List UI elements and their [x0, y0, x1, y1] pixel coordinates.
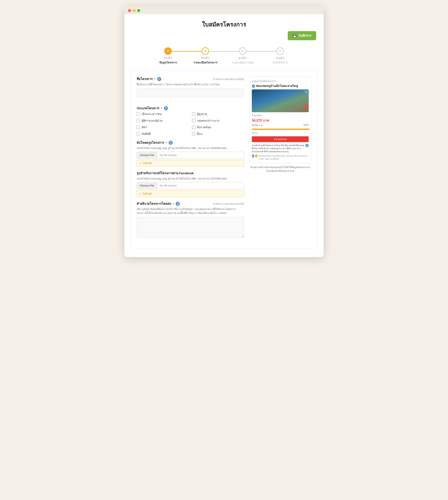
- step-4-bottom: สรุปโครงการ: [272, 60, 288, 65]
- step-2[interactable]: 2 ส่วนที่ 2 รายละเอียดโครงการ: [187, 47, 224, 65]
- save-icon: 💾: [293, 34, 297, 38]
- save-draft-button[interactable]: 💾 บันทึกร่าง: [288, 31, 316, 40]
- checkbox-children-input[interactable]: [137, 112, 140, 116]
- preview-goal-row: 56,000 บาท 102%: [252, 124, 309, 127]
- checkbox-disabled[interactable]: ผู้พิการและผู้ป่วย: [137, 118, 189, 123]
- checkbox-disaster-label: ภัยพิบัติ: [142, 132, 151, 136]
- preview-footer-container: 5 6 สนับสนุนโดย 6 คน ครั้งล่าสุด 1 ตุลาค…: [252, 154, 309, 161]
- checkbox-elderly-input[interactable]: [192, 112, 195, 116]
- preview-project-title: 1 ซ่อมแซมหมู่บ้านเด็กโลสละหาดใหญ่: [252, 84, 309, 88]
- step-3-top: ส่วนที่ 3: [239, 56, 247, 60]
- warning-icon-2: ⚠: [139, 192, 141, 195]
- project-image-label: อัปโหลดรูปโครงการ * 3: [137, 140, 244, 145]
- checkbox-animals[interactable]: สัตว์: [137, 125, 189, 129]
- project-image-input-row: Choose File No file chosen: [137, 152, 244, 158]
- checkbox-children-label: เด็กและเยาวชน: [142, 112, 162, 116]
- checkbox-other[interactable]: อื่นๆ: [192, 132, 244, 136]
- required-star-3: *: [166, 141, 167, 145]
- checkbox-children[interactable]: เด็กและเยาวชน: [137, 112, 189, 116]
- step-1[interactable]: ✓ ส่วนที่ 1 ข้อมูลโครงการ: [149, 47, 187, 65]
- project-image-section: อัปโหลดรูปโครงการ * 3 รองรับไฟล์นามสกุล …: [137, 140, 244, 167]
- section-badge-1: 1: [157, 77, 161, 81]
- step-circle-2: 2: [202, 47, 209, 55]
- preview-image: โครงการซ่อมแซม หมู่บ้านเด็กโลสละหาดใหญ่: [252, 90, 309, 112]
- preview-amount: 56,070 บาท: [252, 118, 309, 123]
- section-badge-2: 2: [164, 106, 168, 110]
- checkbox-environment-label: สิ่งแวดล้อม: [197, 125, 211, 129]
- preview-desc-container: 4 ช่วยฉันบ้านเด็กโลสละหาดใหญ่ ที่ปกป้อง …: [252, 144, 309, 153]
- preview-footer: สนับสนุนโดย 6 คน ครั้งล่าสุด 1 ตุลาคม 19…: [258, 154, 309, 161]
- checkbox-environment[interactable]: สิ่งแวดล้อม: [192, 125, 244, 129]
- step-circle-3: 3: [239, 47, 246, 55]
- preview-caption: ตัวอย่างหน้าเพจระดมทุนบนเว็บไซต์ ที่ข้อม…: [249, 165, 311, 173]
- checkbox-vulnerable-label: กลุ่มคนเปราะบาง: [197, 118, 219, 123]
- save-btn-row: 💾 บันทึกร่าง: [124, 31, 324, 43]
- short-desc-textarea[interactable]: [137, 217, 244, 238]
- project-name-input[interactable]: [137, 88, 244, 97]
- preview-badge-5: 5: [252, 154, 254, 158]
- preview-badge-1: 1: [252, 84, 255, 88]
- step-2-bottom: รายละเอียดโครงการ: [193, 60, 217, 65]
- facebook-image-hint: รองรับไฟล์นามสกุล jpg, png, gif ขนาดไฟล์…: [137, 177, 244, 181]
- preview-desc: ช่วยฉันบ้านเด็กโลสละหาดใหญ่ ที่ปกป้อง ดู…: [252, 144, 309, 153]
- step-circle-4: 4: [276, 47, 284, 55]
- preview-donate-button[interactable]: ♥ ร่วมบริจาค: [252, 136, 309, 142]
- app-window: ใบสมัครโครงการ 💾 บันทึกร่าง ✓ ส่วนที่ 1 …: [124, 6, 324, 257]
- preview-badge-2: 2: [304, 90, 308, 93]
- project-name-label: ชื่อโครงการ * 1 จำกัดจำนวนตัวอักษร (0/20…: [137, 76, 244, 82]
- step-4-top: ส่วนที่ 4: [276, 56, 284, 60]
- close-icon[interactable]: [128, 9, 131, 12]
- page-title: ใบสมัครโครงการ: [124, 14, 324, 31]
- project-image-warning: ⚠ ไม่มีไฟล์: [137, 160, 244, 167]
- preview-badge-4: 4: [305, 144, 309, 147]
- checkbox-elderly[interactable]: ผู้สูงอายุ: [192, 112, 244, 116]
- short-desc-char-count: จำกัดจำนวนตัวอักษร (0/750): [213, 202, 244, 206]
- preview-image-bg: [252, 90, 309, 112]
- facebook-image-input-row: Choose File No file chosen: [137, 182, 244, 189]
- section-badge-3: 3: [169, 141, 173, 145]
- facebook-image-warning: ⚠ ไม่มีไฟล์: [137, 190, 244, 197]
- minimize-icon[interactable]: [133, 9, 136, 12]
- project-type-section: ประเภทโครงการ * 2 เด็กและเยาวชน ผู้สูงอา…: [137, 106, 244, 136]
- checkbox-animals-label: สัตว์: [142, 125, 147, 129]
- save-label: บันทึกร่าง: [298, 33, 311, 38]
- preview-top-label: project ใบสมัครโครงการ: [252, 79, 309, 83]
- checkbox-environment-input[interactable]: [192, 125, 195, 129]
- preview-donor-count: 5 ท่าน: [252, 132, 258, 135]
- checkbox-disaster[interactable]: ภัยพิบัติ: [137, 132, 189, 136]
- checkbox-vulnerable-input[interactable]: [192, 119, 195, 122]
- section-badge-4: 4: [176, 202, 180, 206]
- step-1-top: ส่วนที่ 1: [164, 56, 172, 60]
- form-column: ชื่อโครงการ * 1 จำกัดจำนวนตัวอักษร (0/20…: [137, 76, 244, 243]
- facebook-image-label: รูปสำหรับการแชร์โครงการผ่าน Facebook: [137, 171, 244, 176]
- required-star: *: [154, 77, 156, 81]
- project-type-label: ประเภทโครงการ * 2: [137, 106, 244, 111]
- preview-badge-3: 3: [304, 105, 308, 108]
- preview-panel: project ใบสมัครโครงการ 1 ซ่อมแซมหมู่บ้าน…: [249, 76, 311, 163]
- preview-image-container: 2 3 โครงการซ่อมแซม หมู่บ้านเด็กโลสละหาดใ…: [252, 90, 309, 112]
- preview-pct: 102%: [303, 124, 309, 127]
- step-2-top: ส่วนที่ 2: [201, 56, 209, 60]
- facebook-image-choose-file-button[interactable]: Choose File: [137, 182, 157, 189]
- project-image-filename: No file chosen: [157, 152, 179, 158]
- preview-progress-bar: [252, 129, 309, 130]
- checkbox-vulnerable[interactable]: กลุ่มคนเปราะบาง: [192, 118, 244, 123]
- project-image-choose-file-button[interactable]: Choose File: [137, 152, 157, 158]
- project-image-warning-text: ไม่มีไฟล์: [143, 161, 152, 165]
- checkbox-other-input[interactable]: [192, 132, 195, 136]
- checkbox-animals-input[interactable]: [137, 125, 140, 129]
- maximize-icon[interactable]: [137, 9, 140, 12]
- warning-icon: ⚠: [139, 162, 141, 165]
- checkbox-disabled-label: ผู้พิการและผู้ป่วย: [142, 118, 162, 123]
- preview-progress-fill: [252, 129, 310, 130]
- project-name-section: ชื่อโครงการ * 1 จำกัดจำนวนตัวอักษร (0/20…: [137, 76, 244, 102]
- step-3-bottom: รายละเอียดการเงิน: [232, 60, 254, 65]
- step-1-bottom: ข้อมูลโครงการ: [159, 60, 177, 65]
- titlebar: [124, 6, 324, 14]
- checkbox-disabled-input[interactable]: [137, 119, 140, 122]
- short-desc-section: คำอธิบายโครงการโดยย่อ * 4 จำกัดจำนวนตัวอ…: [137, 201, 244, 239]
- step-line-3: [243, 51, 280, 52]
- preview-amount-label: จำนวนเงิน: [252, 114, 309, 117]
- preview-goal: 56,000 บาท: [252, 124, 263, 127]
- checkbox-disaster-input[interactable]: [137, 132, 140, 136]
